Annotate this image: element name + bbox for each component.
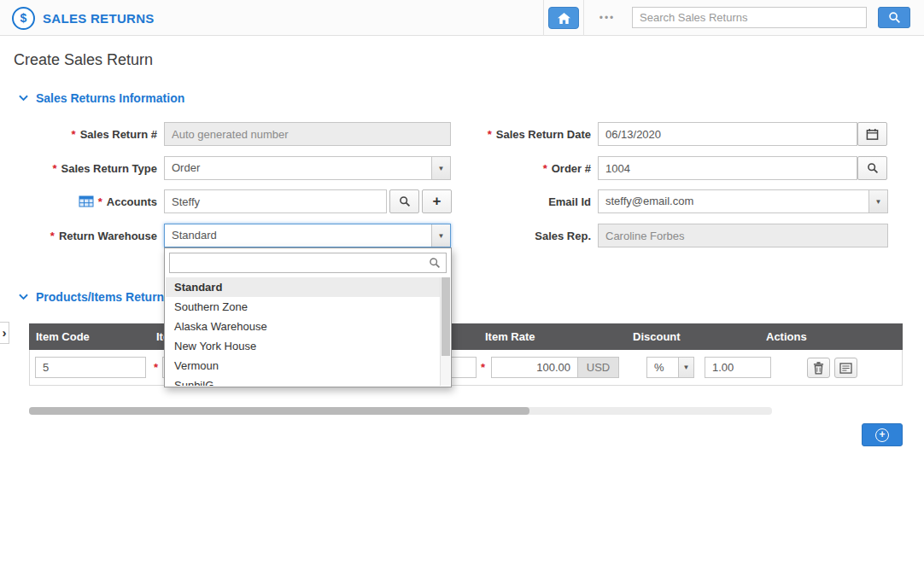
item-rate-input[interactable] xyxy=(491,357,578,378)
email-id-select[interactable]: steffy@email.com ▼ xyxy=(598,189,888,213)
required-mark: * xyxy=(98,195,102,208)
field-row: * Sales Return Date xyxy=(461,122,887,146)
currency-label: USD xyxy=(578,357,619,378)
warehouse-option[interactable]: Standard xyxy=(166,277,440,297)
trash-icon xyxy=(813,362,824,375)
chevron-down-icon xyxy=(19,294,28,300)
left-panel-expander[interactable]: › xyxy=(0,322,9,344)
sales-return-type-label: * Sales Return Type xyxy=(0,162,164,175)
global-search-button[interactable] xyxy=(878,7,910,28)
search-icon xyxy=(867,162,879,174)
accounts-lookup-button[interactable] xyxy=(389,189,419,213)
warehouse-option[interactable]: Vermoun xyxy=(166,356,440,376)
warehouse-dropdown-panel: StandardSouthern ZoneAlaska WarehouseNew… xyxy=(164,247,452,387)
selected-value: steffy@email.com xyxy=(599,190,887,212)
home-button[interactable] xyxy=(548,7,579,29)
selected-value: Standard xyxy=(165,224,450,247)
calendar-button[interactable] xyxy=(857,122,887,146)
col-actions: Actions xyxy=(766,323,807,350)
sales-return-date-input[interactable] xyxy=(598,122,857,146)
required-mark: * xyxy=(50,230,55,242)
scrollbar-thumb[interactable] xyxy=(29,407,529,415)
required-mark: * xyxy=(543,162,547,175)
add-account-button[interactable]: + xyxy=(422,189,452,213)
warehouse-option[interactable]: Alaska Warehouse xyxy=(166,317,440,336)
items-table-header: Item Code Item Name Item Rate Discount A… xyxy=(29,323,903,350)
selected-value: Order xyxy=(165,157,450,179)
accounts-input[interactable] xyxy=(164,189,387,213)
col-discount: Discount xyxy=(633,323,681,350)
global-search-input[interactable] xyxy=(632,7,867,28)
row-notes-button[interactable] xyxy=(834,358,857,378)
accounts-label: * Accounts xyxy=(0,195,164,208)
sales-return-no-input xyxy=(164,122,451,146)
field-row: * Return Warehouse Standard ▼ xyxy=(0,224,451,247)
app-title: SALES RETURNS xyxy=(43,11,155,26)
item-code-input xyxy=(35,357,146,378)
discount-unit-select[interactable]: % ▼ xyxy=(646,357,694,378)
section-sales-returns-information[interactable]: Sales Returns Information xyxy=(19,91,184,105)
search-icon xyxy=(429,257,441,269)
scrollbar-thumb[interactable] xyxy=(442,277,450,356)
top-bar: $ SALES RETURNS ••• xyxy=(0,0,924,36)
sales-return-no-label: * Sales Return # xyxy=(0,128,164,141)
table-row: * * USD % ▼ xyxy=(29,350,903,386)
required-mark: * xyxy=(488,128,492,141)
dropdown-scrollbar[interactable] xyxy=(440,277,450,386)
plus-icon: + xyxy=(433,193,442,210)
order-lookup-button[interactable] xyxy=(857,156,887,180)
chevron-down-icon[interactable]: ▼ xyxy=(431,157,450,179)
warehouse-option[interactable]: SunbilG xyxy=(166,376,440,386)
sales-return-date-label: * Sales Return Date xyxy=(461,128,598,141)
dollar-icon: $ xyxy=(12,7,35,30)
section-title: Sales Returns Information xyxy=(36,91,184,105)
add-item-row-button[interactable]: + xyxy=(862,423,903,446)
required-mark: * xyxy=(154,361,158,374)
warehouse-option[interactable]: New York House xyxy=(166,336,440,356)
col-item-code: Item Code xyxy=(36,323,90,350)
search-icon xyxy=(399,195,411,207)
section-title: Products/Items Returned xyxy=(36,290,178,304)
plus-circle-icon: + xyxy=(875,428,889,442)
order-no-input[interactable] xyxy=(598,156,857,180)
sales-rep-input xyxy=(598,224,888,247)
discount-value-input[interactable] xyxy=(705,357,771,378)
warehouse-option-list: StandardSouthern ZoneAlaska WarehouseNew… xyxy=(166,277,440,386)
return-warehouse-select[interactable]: Standard ▼ xyxy=(164,224,451,247)
search-icon xyxy=(888,11,901,24)
chevron-down-icon[interactable]: ▼ xyxy=(868,190,887,212)
sales-rep-label: Sales Rep. xyxy=(461,230,598,242)
home-button-wrap xyxy=(543,0,584,36)
required-mark: * xyxy=(52,162,56,175)
warehouse-option[interactable]: Southern Zone xyxy=(166,297,440,317)
warehouse-search-input[interactable] xyxy=(169,253,447,273)
field-row: * Accounts + xyxy=(0,189,452,213)
calendar-icon xyxy=(866,128,879,141)
notes-icon xyxy=(839,363,852,374)
app-window: $ SALES RETURNS ••• Create Sales Return … xyxy=(0,0,924,588)
table-horizontal-scrollbar[interactable] xyxy=(29,407,772,415)
section-products-items-returned[interactable]: Products/Items Returned xyxy=(19,290,178,304)
chevron-down-icon[interactable]: ▼ xyxy=(431,224,450,247)
required-mark: * xyxy=(481,361,485,374)
delete-row-button[interactable] xyxy=(807,358,830,378)
more-menu-icon[interactable]: ••• xyxy=(589,0,625,36)
items-table: Item Code Item Name Item Rate Discount A… xyxy=(29,323,903,386)
accounts-table-icon xyxy=(79,195,94,207)
chevron-down-icon xyxy=(19,95,28,102)
field-row: Email Id steffy@email.com ▼ xyxy=(461,189,888,213)
home-icon xyxy=(557,12,571,25)
field-row: * Sales Return # xyxy=(0,122,451,146)
page-title: Create Sales Return xyxy=(14,51,153,69)
col-item-rate: Item Rate xyxy=(485,323,535,350)
chevron-right-icon: › xyxy=(3,325,7,340)
order-no-label: * Order # xyxy=(461,162,598,175)
sales-return-type-select[interactable]: Order ▼ xyxy=(164,156,451,180)
field-row: Sales Rep. xyxy=(461,224,888,247)
chevron-down-icon[interactable]: ▼ xyxy=(678,358,693,377)
email-id-label: Email Id xyxy=(461,195,598,208)
return-warehouse-label: * Return Warehouse xyxy=(0,230,164,242)
field-row: * Order # xyxy=(461,156,887,180)
field-row: * Sales Return Type Order ▼ xyxy=(0,156,451,180)
brand: $ SALES RETURNS xyxy=(12,0,155,36)
